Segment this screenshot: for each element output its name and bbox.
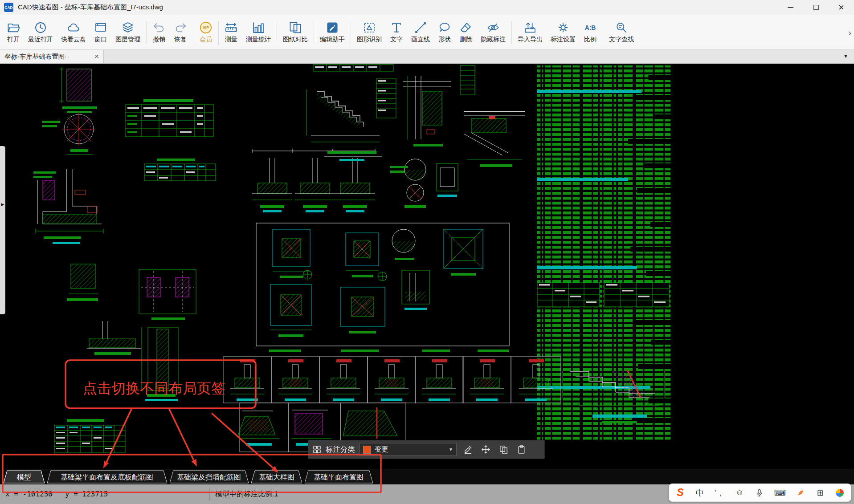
toolbox-button[interactable]	[835, 489, 844, 497]
language-mode-button[interactable]: 中	[695, 488, 704, 498]
toolbar-overflow-button[interactable]: ›	[848, 27, 851, 37]
toolbar-redo[interactable]: 恢复	[170, 16, 191, 49]
side-panel-handle[interactable]: ▶	[0, 146, 5, 314]
tab-list-dropdown-icon[interactable]: ▼	[843, 53, 848, 59]
toolbar-cloud-drive[interactable]: 快看云盘	[57, 16, 90, 49]
detail-roof-sections	[403, 76, 525, 167]
cloud-icon	[67, 21, 80, 34]
annotation-category-dropdown[interactable]: 变更 ▼	[360, 443, 457, 456]
details-bottom-left	[67, 264, 196, 401]
toolbar-vip[interactable]: VIP 会员	[195, 16, 217, 49]
maximize-icon	[813, 5, 819, 10]
minimize-button[interactable]	[778, 0, 803, 15]
toolbar-open[interactable]: 打开	[3, 16, 24, 49]
toolbar-recent-open[interactable]: 最近打开	[24, 16, 57, 49]
window-controls: ×	[778, 0, 854, 15]
toolbar-drawing-compare[interactable]: 图纸对比	[279, 16, 312, 49]
open-icon	[7, 21, 20, 34]
document-tab-close-icon[interactable]: ×	[94, 52, 99, 61]
toolbar-import-export[interactable]: 导入导出	[514, 16, 547, 49]
layout-tab-foundation-plan[interactable]: 基础平面布置图	[305, 471, 373, 483]
dropdown-arrow-icon: ▼	[449, 447, 453, 452]
toolbar-label: 打开	[7, 36, 20, 44]
title-bar: CAD CAD快速看图 - 坐标-车库基础布置图_t7-ucs.dwg ×	[0, 0, 854, 15]
toolbar-label: 形状	[438, 36, 451, 44]
toolbar-annotation-settings[interactable]: 标注设置	[547, 16, 580, 49]
window-title: CAD快速看图 - 坐标-车库基础布置图_t7-ucs.dwg	[18, 3, 163, 12]
text-icon	[390, 21, 403, 34]
toolbar-label: 最近打开	[28, 36, 53, 44]
gear-icon	[556, 21, 570, 34]
move-icon	[481, 445, 490, 454]
toolbar-delete[interactable]: 删除	[455, 16, 477, 49]
paste-annotation-button[interactable]	[515, 443, 528, 456]
svg-text:基础平面布置图: 基础平面布置图	[314, 473, 364, 481]
category-grid-icon	[313, 445, 321, 454]
layout-tab-foundation-detail[interactable]: 基础大样图	[251, 471, 302, 483]
toolbar-text-search[interactable]: 文字查找	[605, 16, 638, 49]
toolbar-label: 文字	[390, 36, 403, 44]
table-bottom-left	[54, 419, 125, 453]
edit-assistant-icon	[326, 21, 339, 34]
recent-open-icon	[34, 21, 47, 34]
sheet-caption-labels	[269, 350, 509, 352]
undo-icon	[152, 21, 166, 34]
layout-tab-beam-wall-rebar[interactable]: 基础梁及挡墙配筋图	[170, 471, 249, 483]
keyboard-button[interactable]: ⌨	[774, 488, 786, 498]
detail-circle-section	[42, 113, 95, 154]
toolbar-separator	[314, 21, 314, 44]
document-tab-active[interactable]: 坐标-车库基础布置图·· ×	[0, 50, 104, 63]
toolbar-hide-annotations[interactable]: 隐藏标注	[477, 16, 510, 49]
scale-icon: A:B	[584, 21, 597, 34]
layout-tab-foundation-beam-plan[interactable]: 基础梁平面布置及底板配筋图	[47, 471, 167, 483]
copy-icon	[499, 445, 508, 454]
toolbar-measure-stats[interactable]: 测量统计	[242, 16, 275, 49]
layout-tab-model[interactable]: 模型	[4, 471, 45, 483]
toolbar-label: 图形识别	[357, 36, 382, 44]
close-button[interactable]: ×	[829, 0, 854, 15]
toolbar-separator	[277, 21, 277, 44]
toolbar-label: 图纸对比	[283, 36, 308, 44]
toolbar-separator	[146, 21, 147, 44]
toolbar-label: 编辑助手	[320, 36, 345, 44]
toolbar-text[interactable]: 文字	[386, 16, 407, 49]
detail-wall-section-left	[33, 169, 103, 244]
toolbar-layer-manager[interactable]: 图层管理	[111, 16, 144, 49]
toolbar-undo[interactable]: 撤销	[148, 16, 170, 49]
toolbar-edit-assistant[interactable]: 编辑助手	[316, 16, 349, 49]
toolbar-window[interactable]: 窗口	[90, 16, 111, 49]
toolbar-shape-recognition[interactable]: 图形识别	[353, 16, 386, 49]
shapes-icon	[438, 21, 451, 34]
notes-text-block	[537, 65, 670, 440]
toolbar-measure[interactable]: 测量	[221, 16, 242, 49]
layers-icon	[121, 21, 135, 34]
apps-grid-button[interactable]: ⊞	[816, 488, 825, 498]
edit-annotation-button[interactable]	[461, 443, 474, 456]
app-logo-icon: CAD	[4, 3, 13, 12]
compare-icon	[289, 21, 302, 34]
sogou-logo-icon[interactable]: S	[676, 487, 685, 499]
import-export-icon	[523, 21, 537, 34]
cursor-coordinates: x = -101250 y = 123715	[5, 490, 108, 498]
toolbar-label: 图层管理	[115, 36, 140, 44]
toolbar-label: 文字查找	[609, 36, 634, 44]
move-annotation-button[interactable]	[479, 443, 492, 456]
table-ct	[125, 99, 213, 137]
toolbar-draw-line[interactable]: 画直线	[407, 16, 434, 49]
toolbar-label: 会员	[200, 36, 212, 44]
punctuation-mode-button[interactable]: ’，	[715, 488, 725, 498]
cad-canvas[interactable]	[0, 64, 854, 469]
coordinate-y: y = 123715	[65, 490, 108, 498]
toolbar-shapes[interactable]: 形状	[434, 16, 455, 49]
toolbar-scale[interactable]: A:B 比例	[580, 16, 601, 49]
emoji-button[interactable]: ☺	[735, 488, 744, 497]
voice-input-button[interactable]	[755, 489, 764, 496]
maximize-button[interactable]	[803, 0, 829, 15]
copy-annotation-button[interactable]	[497, 443, 510, 456]
skin-button[interactable]	[796, 489, 805, 496]
details-cell-row-1	[223, 357, 561, 403]
toolbar-label: 窗口	[94, 36, 107, 44]
annotation-selected-value: 变更	[375, 445, 445, 454]
clipboard-icon	[517, 445, 526, 454]
toolbar-label: 删除	[460, 36, 472, 44]
